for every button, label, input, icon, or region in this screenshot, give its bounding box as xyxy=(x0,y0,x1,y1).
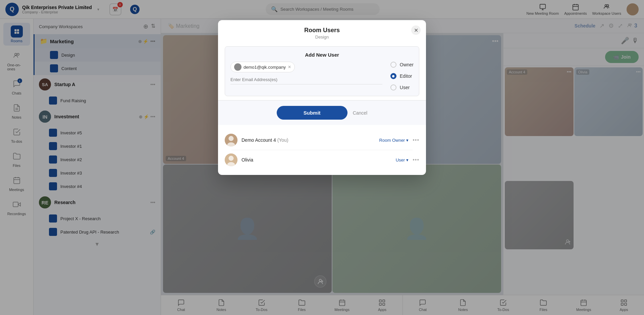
modal-email-row: demo1@qik.company ✕ Owner Editor xyxy=(230,62,414,90)
olivia-role-badge[interactable]: User ▾ xyxy=(396,158,409,163)
modal-title: Room Users xyxy=(226,27,418,34)
demo-account-name-text: Demo Account 4 xyxy=(241,137,276,143)
modal-close-button[interactable]: ✕ xyxy=(411,25,421,35)
demo-account-name: Demo Account 4 (You) xyxy=(241,137,375,143)
owner-label: Owner xyxy=(400,62,414,67)
role-option-user[interactable]: User xyxy=(390,84,414,90)
modal-add-section: Add New User demo1@qik.company ✕ xyxy=(225,46,419,96)
demo-account-role-badge[interactable]: Room Owner ▾ xyxy=(379,138,409,143)
email-tag-remove[interactable]: ✕ xyxy=(288,65,291,69)
email-input[interactable] xyxy=(230,75,382,84)
role-option-editor[interactable]: Editor xyxy=(390,73,414,79)
editor-radio[interactable] xyxy=(390,73,396,79)
demo-account-suffix: (You) xyxy=(277,137,288,143)
owner-radio[interactable] xyxy=(390,62,396,68)
role-dropdown-icon: ▾ xyxy=(406,138,409,143)
email-tag-avatar xyxy=(234,63,241,71)
modal-subtitle: Design xyxy=(226,35,418,40)
email-tag-demo1: demo1@qik.company ✕ xyxy=(230,62,295,72)
olivia-role-dropdown-icon: ▾ xyxy=(406,158,409,163)
editor-label: Editor xyxy=(400,73,412,79)
modal-user-row-olivia: Olivia User ▾ ••• xyxy=(225,150,419,170)
role-options: Owner Editor User xyxy=(390,62,414,90)
svg-point-54 xyxy=(228,136,233,141)
user-label: User xyxy=(400,85,410,90)
modal-users-section: Demo Account 4 (You) Room Owner ▾ ••• Ol… xyxy=(218,125,426,175)
olivia-menu[interactable]: ••• xyxy=(413,157,419,163)
cancel-link[interactable]: Cancel xyxy=(353,110,368,116)
modal-user-row-demo-account: Demo Account 4 (You) Room Owner ▾ ••• xyxy=(225,130,419,150)
olivia-user-name: Olivia xyxy=(241,157,392,163)
user-avatar-olivia xyxy=(225,153,237,166)
modal-actions: Submit Cancel xyxy=(218,100,426,125)
role-option-owner[interactable]: Owner xyxy=(390,62,414,68)
modal-header: Room Users Design ✕ xyxy=(218,20,426,42)
demo-account-menu[interactable]: ••• xyxy=(413,137,419,143)
room-users-modal: Room Users Design ✕ Add New User demo1@q… xyxy=(218,20,426,175)
demo-account-role-text: Room Owner xyxy=(379,138,405,143)
olivia-role-text: User xyxy=(396,158,405,163)
modal-add-title: Add New User xyxy=(230,52,414,58)
email-tag-text: demo1@qik.company xyxy=(244,65,286,70)
submit-button[interactable]: Submit xyxy=(277,106,347,120)
user-avatar-demo-account xyxy=(225,134,237,146)
svg-point-57 xyxy=(228,156,233,161)
user-radio[interactable] xyxy=(390,84,396,90)
email-input-area: demo1@qik.company ✕ xyxy=(230,62,382,84)
modal-overlay: Room Users Design ✕ Add New User demo1@q… xyxy=(0,0,644,315)
